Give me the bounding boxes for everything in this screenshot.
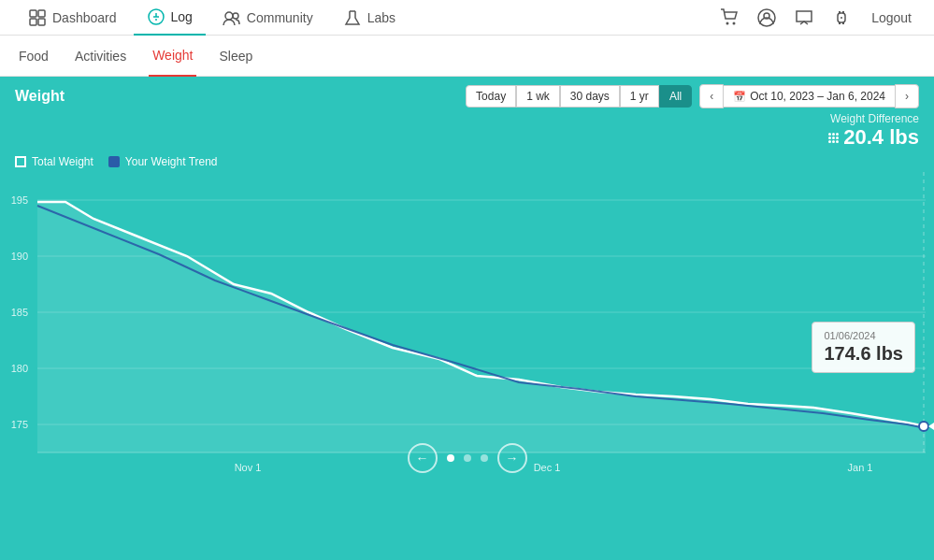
logout-button[interactable]: Logout xyxy=(864,7,919,29)
svg-point-11 xyxy=(726,22,729,24)
svg-point-8 xyxy=(225,12,233,20)
time-btn-group: Today 1 wk 30 days 1 yr All xyxy=(466,85,692,108)
svg-marker-37 xyxy=(928,423,934,430)
nav-community[interactable]: Community xyxy=(209,0,326,36)
date-next-button[interactable]: › xyxy=(895,84,919,108)
messages-icon[interactable] xyxy=(789,3,819,33)
svg-text:185: 185 xyxy=(11,307,28,318)
sub-nav: Food Activities Weight Sleep xyxy=(0,36,934,77)
weight-diff-label: Weight Difference xyxy=(0,112,919,125)
weight-chart: 195 190 185 180 175 Nov 1 Dec 1 Jan 1 xyxy=(0,172,934,481)
date-prev-button[interactable]: ‹ xyxy=(699,84,724,108)
community-icon xyxy=(223,8,241,27)
svg-point-20 xyxy=(841,17,842,19)
time-btn-all[interactable]: All xyxy=(659,85,692,108)
top-nav: Dashboard Log Community Labs xyxy=(0,0,934,36)
chart-area: 195 190 185 180 175 Nov 1 Dec 1 Jan 1 xyxy=(0,172,934,481)
page-dot-1 xyxy=(447,454,454,462)
date-range-display: 📅 Oct 10, 2023 – Jan 6, 2024 xyxy=(724,85,895,108)
svg-rect-0 xyxy=(30,10,36,17)
svg-point-9 xyxy=(233,13,238,19)
main-content: Weight Today 1 wk 30 days 1 yr All ‹ 📅 O… xyxy=(0,77,934,560)
svg-rect-1 xyxy=(38,10,45,17)
svg-point-6 xyxy=(155,19,157,21)
sub-nav-weight[interactable]: Weight xyxy=(149,36,196,77)
svg-text:180: 180 xyxy=(11,363,28,374)
nav-log-label: Log xyxy=(171,9,193,24)
nav-dashboard-label: Dashboard xyxy=(52,10,117,25)
legend-trend: Your Weight Trend xyxy=(108,155,218,168)
nav-labs-label: Labs xyxy=(367,10,395,25)
svg-text:175: 175 xyxy=(11,419,28,430)
weight-diff-value: 20.4 lbs xyxy=(0,125,919,150)
sub-nav-activities[interactable]: Activities xyxy=(71,36,130,77)
weight-title: Weight xyxy=(15,88,65,105)
nav-community-label: Community xyxy=(247,10,313,25)
chart-legend: Total Weight Your Weight Trend xyxy=(0,153,934,172)
pagination-prev[interactable]: ← xyxy=(408,443,438,473)
page-dot-2 xyxy=(464,454,471,462)
page-dot-3 xyxy=(481,454,488,462)
svg-rect-3 xyxy=(38,19,45,25)
nav-dashboard[interactable]: Dashboard xyxy=(15,0,130,36)
legend-trend-color xyxy=(108,156,120,167)
tooltip-value: 174.6 lbs xyxy=(824,343,903,365)
weight-diff: Weight Difference 20.4 lbs xyxy=(0,112,934,153)
nav-labs[interactable]: Labs xyxy=(330,0,409,36)
labs-icon xyxy=(343,8,362,27)
legend-total: Total Weight xyxy=(15,155,93,168)
pagination-next[interactable]: → xyxy=(497,443,527,473)
dots-icon xyxy=(828,133,840,143)
dashboard-icon xyxy=(28,8,47,27)
legend-total-color xyxy=(15,156,26,167)
svg-rect-2 xyxy=(30,19,36,25)
tooltip-date: 01/06/2024 xyxy=(824,330,903,341)
watch-icon[interactable] xyxy=(826,3,856,33)
pagination: ← → xyxy=(0,436,934,481)
weight-tooltip: 01/06/2024 174.6 lbs xyxy=(812,322,915,373)
log-icon xyxy=(147,7,165,26)
time-btn-30days[interactable]: 30 days xyxy=(560,85,620,108)
sub-nav-food[interactable]: Food xyxy=(15,36,52,77)
time-btn-today[interactable]: Today xyxy=(466,85,516,108)
date-nav: ‹ 📅 Oct 10, 2023 – Jan 6, 2024 › xyxy=(699,84,919,108)
svg-text:195: 195 xyxy=(11,194,28,206)
sub-nav-sleep[interactable]: Sleep xyxy=(215,36,256,77)
profile-icon[interactable] xyxy=(752,3,782,33)
weight-controls: Today 1 wk 30 days 1 yr All ‹ 📅 Oct 10, … xyxy=(466,84,919,108)
nav-left: Dashboard Log Community Labs xyxy=(15,0,409,36)
nav-log[interactable]: Log xyxy=(134,0,206,36)
weight-header: Weight Today 1 wk 30 days 1 yr All ‹ 📅 O… xyxy=(0,77,934,112)
cart-icon[interactable] xyxy=(714,3,744,33)
svg-point-12 xyxy=(733,22,736,24)
nav-right: Logout xyxy=(714,3,919,33)
time-btn-1wk[interactable]: 1 wk xyxy=(516,85,560,108)
time-btn-1yr[interactable]: 1 yr xyxy=(620,85,659,108)
svg-point-36 xyxy=(919,422,928,431)
svg-text:190: 190 xyxy=(11,251,28,262)
